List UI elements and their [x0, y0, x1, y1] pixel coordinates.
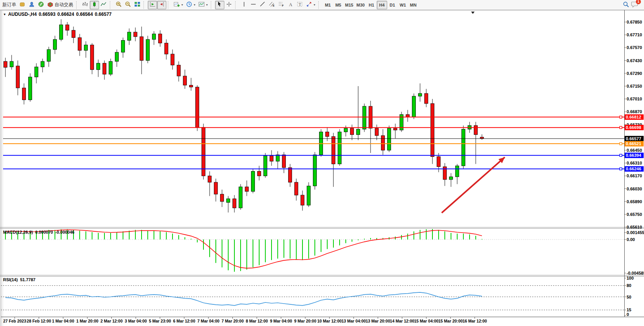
- auto-scroll-button[interactable]: [148, 1, 157, 9]
- timeframe-m5-button[interactable]: M5: [333, 1, 343, 9]
- time-tick-label[interactable]: 15 Mar 20:00: [438, 319, 463, 323]
- candle-body[interactable]: [220, 194, 224, 202]
- candle-body[interactable]: [381, 136, 385, 150]
- candle-body[interactable]: [239, 187, 243, 208]
- timeframe-mn-button[interactable]: MN: [408, 1, 419, 9]
- candle-body[interactable]: [121, 40, 125, 52]
- candle-body[interactable]: [270, 156, 273, 161]
- candle-body[interactable]: [375, 128, 379, 136]
- candle-body[interactable]: [313, 155, 317, 186]
- time-tick-label[interactable]: 9 Mar 20:00: [294, 319, 316, 323]
- candle-body[interactable]: [140, 37, 143, 61]
- candle-body[interactable]: [350, 128, 354, 135]
- time-tick-label[interactable]: 28 Feb 12:00: [27, 319, 51, 323]
- equidistant-channel-button[interactable]: E: [267, 1, 277, 9]
- chart-canvas[interactable]: 0.678500.677100.675700.674300.672900.671…: [0, 10, 644, 326]
- candle-body[interactable]: [115, 52, 119, 61]
- candle-body[interactable]: [66, 25, 69, 30]
- candle-body[interactable]: [134, 32, 137, 37]
- line-handle[interactable]: [620, 126, 622, 129]
- candle-body[interactable]: [47, 49, 51, 61]
- time-tick-label[interactable]: 1 Mar 04:00: [52, 319, 74, 323]
- candle-body[interactable]: [276, 155, 280, 161]
- profiles-button[interactable]: ▾: [184, 1, 197, 9]
- candle-body[interactable]: [412, 96, 416, 117]
- time-tick-label[interactable]: 27 Feb 2023: [3, 319, 26, 323]
- candle-body[interactable]: [10, 61, 14, 67]
- candle-body[interactable]: [301, 195, 304, 205]
- candle-body[interactable]: [16, 66, 20, 88]
- notifications-button[interactable]: 1: [631, 1, 639, 9]
- candle-body[interactable]: [146, 39, 150, 61]
- candle-body[interactable]: [97, 63, 100, 70]
- candle-body[interactable]: [171, 54, 174, 65]
- candle-body[interactable]: [84, 45, 88, 50]
- candle-body[interactable]: [425, 93, 428, 104]
- time-tick-label[interactable]: 6 Mar 12:00: [173, 319, 195, 323]
- candle-body[interactable]: [264, 156, 267, 176]
- candle-body[interactable]: [4, 61, 7, 67]
- candle-body[interactable]: [29, 77, 32, 100]
- candle-body[interactable]: [456, 166, 459, 177]
- candle-body[interactable]: [91, 45, 94, 70]
- candle-body[interactable]: [22, 88, 26, 100]
- candlestick-chart-button[interactable]: [90, 1, 99, 9]
- candle-body[interactable]: [41, 61, 44, 67]
- candle-body[interactable]: [128, 32, 131, 40]
- candle-body[interactable]: [214, 182, 218, 194]
- candle-body[interactable]: [338, 132, 342, 164]
- candle-body[interactable]: [449, 177, 453, 180]
- time-tick-label[interactable]: 13 Mar 20:00: [366, 319, 390, 323]
- candle-body[interactable]: [326, 132, 329, 137]
- candle-body[interactable]: [388, 128, 391, 150]
- line-handle[interactable]: [620, 154, 622, 156]
- zoom-in-button[interactable]: [114, 1, 123, 9]
- timeframe-h4-button[interactable]: H4: [377, 1, 387, 9]
- candle-body[interactable]: [227, 199, 230, 202]
- timeframe-m30-button[interactable]: M30: [355, 1, 366, 9]
- time-tick-label[interactable]: 7 Mar 20:00: [222, 319, 244, 323]
- timeframe-m15-button[interactable]: M15: [343, 1, 355, 9]
- time-tick-label[interactable]: 9 Mar 04:00: [270, 319, 292, 323]
- signals-button[interactable]: [36, 1, 46, 9]
- candle-body[interactable]: [109, 61, 113, 74]
- cursor-button[interactable]: [215, 1, 224, 9]
- indicators-button[interactable]: ▾: [197, 1, 209, 9]
- candle-body[interactable]: [53, 39, 57, 49]
- candle-body[interactable]: [258, 171, 261, 176]
- candle-body[interactable]: [357, 129, 360, 134]
- candle-body[interactable]: [177, 65, 181, 76]
- candle-body[interactable]: [474, 126, 478, 135]
- new-order-button[interactable]: 新订单: [1, 1, 18, 9]
- tile-windows-button[interactable]: [133, 1, 142, 9]
- candle-body[interactable]: [78, 37, 82, 50]
- vertical-line-button[interactable]: [239, 1, 249, 9]
- candle-body[interactable]: [295, 182, 298, 195]
- fibonacci-button[interactable]: F: [277, 1, 286, 9]
- candle-body[interactable]: [282, 155, 286, 168]
- candle-body[interactable]: [233, 199, 236, 208]
- candle-body[interactable]: [344, 128, 348, 132]
- time-tick-label[interactable]: 13 Mar 04:00: [342, 319, 366, 323]
- time-tick-label[interactable]: 1 Mar 20:00: [76, 319, 98, 323]
- candle-body[interactable]: [307, 186, 311, 205]
- time-tick-label[interactable]: 14 Mar 12:00: [390, 319, 414, 323]
- time-tick-label[interactable]: 8 Mar 12:00: [246, 319, 268, 323]
- new-chart-button[interactable]: ▾: [172, 1, 184, 9]
- crosshair-button[interactable]: [224, 1, 234, 9]
- time-tick-label[interactable]: 7 Mar 04:00: [197, 319, 219, 323]
- candle-body[interactable]: [437, 157, 441, 167]
- auto-trading-button[interactable]: 自动交易: [46, 1, 75, 9]
- timeframe-d1-button[interactable]: D1: [387, 1, 398, 9]
- arrows-button[interactable]: ▾: [304, 1, 317, 9]
- candle-body[interactable]: [363, 106, 366, 129]
- search-button[interactable]: [621, 1, 631, 9]
- candle-body[interactable]: [196, 87, 199, 127]
- candle-body[interactable]: [245, 187, 249, 192]
- timeframe-m1-button[interactable]: M1: [323, 1, 333, 9]
- candle-body[interactable]: [480, 137, 484, 139]
- candle-body[interactable]: [60, 25, 63, 39]
- candle-body[interactable]: [159, 34, 162, 43]
- time-tick-label[interactable]: 15 Mar 04:00: [414, 319, 439, 323]
- candle-body[interactable]: [72, 30, 75, 37]
